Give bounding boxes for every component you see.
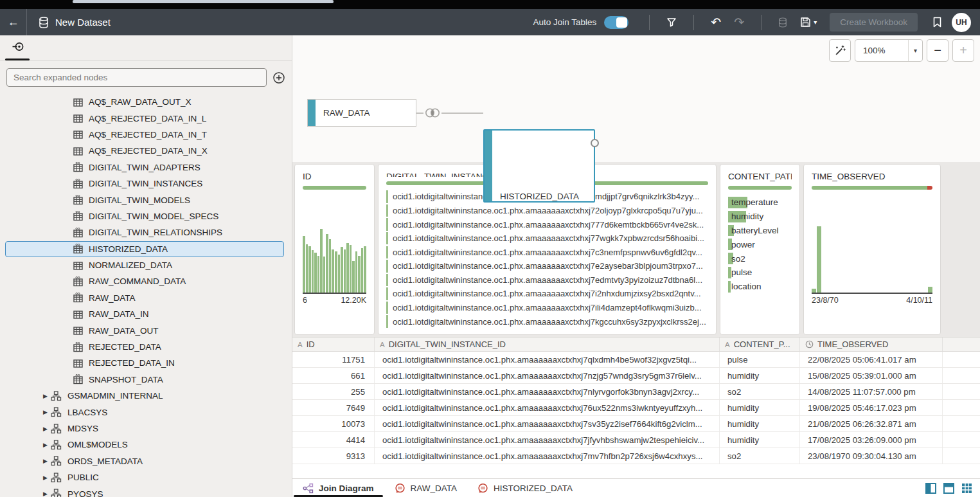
table-row[interactable]: 4414ocid1.iotdigitaltwininstance.oc1.phx… xyxy=(292,432,980,448)
table-cell: humidity xyxy=(720,432,800,447)
chevron-down-icon: ▾ xyxy=(908,40,922,61)
auto-layout-button[interactable] xyxy=(829,39,851,62)
table-row[interactable]: 10073ocid1.iotdigitaltwininstance.oc1.ph… xyxy=(292,416,980,432)
tree-item-snapshot-data[interactable]: SNAPSHOT_DATA xyxy=(5,372,284,388)
column-header-digital-twin-instance-id[interactable]: ADIGITAL_TWIN_INSTANCE_ID xyxy=(375,338,720,351)
column-card-time-observed[interactable]: TIME_OBSERVED 23/8/70 4/10/11 xyxy=(803,164,941,335)
column-card-content-path[interactable]: CONTENT_PATH temperaturehumiditybatteryL… xyxy=(720,164,800,335)
chevron-down-icon[interactable]: ▾ xyxy=(814,19,817,26)
zoom-in-button[interactable]: + xyxy=(952,39,974,62)
tree-item-raw-data-out[interactable]: RAW_DATA_OUT xyxy=(5,322,284,338)
tree-item-aq-rejected-data-in-x[interactable]: AQ$_REJECTED_DATA_IN_X xyxy=(5,143,284,159)
user-avatar[interactable]: UH xyxy=(952,13,971,32)
window-top-strip xyxy=(0,0,980,9)
join-diagram-canvas[interactable]: 100% ▾ − + RAW_DATA HISTORIZED_DATA xyxy=(292,35,980,162)
table-row[interactable]: 11751ocid1.iotdigitaltwininstance.oc1.ph… xyxy=(292,352,980,368)
histogram-bar xyxy=(341,247,343,293)
expand-chevron-icon[interactable]: ▶ xyxy=(43,426,51,432)
tree-item-rejected-data-in[interactable]: REJECTED_DATA_IN xyxy=(5,355,284,371)
save-icon[interactable]: ▾ xyxy=(800,17,817,28)
tree-item-digital-twin-relationships[interactable]: DIGITAL_TWIN_RELATIONSHIPS xyxy=(5,224,284,240)
tree-item-rejected-data[interactable]: REJECTED_DATA xyxy=(5,339,284,355)
bookmark-icon[interactable] xyxy=(933,17,941,28)
tree-item-gsmadmin-internal[interactable]: ▶GSMADMIN_INTERNAL xyxy=(5,388,284,404)
tree-item-lbacsys[interactable]: ▶LBACSYS xyxy=(5,404,284,420)
table-row[interactable]: 7649ocid1.iotdigitaltwininstance.oc1.phx… xyxy=(292,400,980,416)
value-text: batteryLevel xyxy=(728,226,779,235)
expand-chevron-icon[interactable]: ▶ xyxy=(43,474,51,481)
column-card-id[interactable]: ID 6 12.20K xyxy=(294,164,375,335)
bottom-tab-historized-data[interactable]: HISTORIZED_DATA xyxy=(467,479,583,497)
expand-chevron-icon[interactable]: ▶ xyxy=(43,458,51,464)
table-cell: humidity xyxy=(720,368,800,383)
tree-item-aq-rejected-data-in-t[interactable]: AQ$_REJECTED_DATA_IN_T xyxy=(5,127,284,143)
expand-chevron-icon[interactable]: ▶ xyxy=(43,491,51,497)
expand-chevron-icon[interactable]: ▶ xyxy=(43,393,51,399)
divider xyxy=(761,15,762,30)
table-cell: 11751 xyxy=(292,352,375,367)
node-connector-handle[interactable] xyxy=(591,139,599,147)
value-row: ocid1.iotdigitaltwininstance.oc1.phx.ama… xyxy=(386,232,708,244)
tree-item-raw-data-in[interactable]: RAW_DATA_IN xyxy=(5,306,284,322)
tree-item-public[interactable]: ▶PUBLIC xyxy=(5,469,284,485)
bottom-tab-raw-data[interactable]: RAW_DATA xyxy=(384,479,468,497)
table-row[interactable]: 255ocid1.iotdigitaltwininstance.oc1.phx.… xyxy=(292,384,980,400)
tree-item-raw-data[interactable]: RAW_DATA xyxy=(5,290,284,306)
tree-item-historized-data[interactable]: HISTORIZED_DATA xyxy=(5,241,284,257)
axis-min-label: 23/8/70 xyxy=(812,296,839,305)
undo-icon[interactable]: ↶ xyxy=(711,16,721,28)
grid-layout-icon[interactable] xyxy=(961,483,972,494)
tree-item-label: ORDS_METADATA xyxy=(67,456,143,466)
create-workbook-button[interactable]: Create Workbook xyxy=(830,13,918,32)
column-header-time-observed[interactable]: TIME_OBSERVED xyxy=(800,338,943,351)
zoom-level-select[interactable]: 100% ▾ xyxy=(855,39,923,62)
table-cell: 22/08/2025 05:06:41.017 am xyxy=(800,352,943,367)
tree-item-digital-twin-instances[interactable]: DIGITAL_TWIN_INSTANCES xyxy=(5,176,284,192)
tree-item-pyqsys[interactable]: ▶PYQSYS xyxy=(5,485,284,497)
schema-icon xyxy=(51,440,62,450)
add-connection-button[interactable] xyxy=(272,71,285,84)
tree-item-label: DIGITAL_TWIN_RELATIONSHIPS xyxy=(89,228,222,237)
column-header-content-p-[interactable]: ACONTENT_P... xyxy=(720,338,800,351)
tree-item-raw-command-data[interactable]: RAW_COMMAND_DATA xyxy=(5,273,284,289)
text-type-icon: A xyxy=(380,341,385,348)
histogram-bar xyxy=(303,236,305,293)
bottom-tab-join-diagram[interactable]: Join Diagram xyxy=(292,479,384,497)
tree-item-digital-twin-models[interactable]: DIGITAL_TWIN_MODELS xyxy=(5,192,284,208)
expand-chevron-icon[interactable]: ▶ xyxy=(43,409,51,415)
search-input[interactable] xyxy=(6,68,267,87)
connections-tab[interactable] xyxy=(12,41,25,55)
histogram-bar xyxy=(308,246,311,293)
card-title: ID xyxy=(303,172,366,181)
tree-item-digital-twin-adapters[interactable]: DIGITAL_TWIN_ADAPTERS xyxy=(5,159,284,176)
tree-item-digital-twin-model-specs[interactable]: DIGITAL_TWIN_MODEL_SPECS xyxy=(5,208,284,224)
main-area: 100% ▾ − + RAW_DATA HISTORIZED_DATA xyxy=(292,35,980,497)
column-header-id[interactable]: AID xyxy=(292,338,375,351)
tree-item-normalized-data[interactable]: NORMALIZED_DATA xyxy=(5,257,284,273)
split-left-layout-icon[interactable] xyxy=(925,483,936,494)
diagram-node-historized-data[interactable]: HISTORIZED_DATA xyxy=(483,129,595,203)
tree-item-label: OML$MODELS xyxy=(67,440,128,449)
tree-item-label: RAW_DATA_OUT xyxy=(89,326,159,336)
tree-item-aq-rejected-data-in-l[interactable]: AQ$_REJECTED_DATA_IN_L xyxy=(5,110,284,126)
tree-item-oml-models[interactable]: ▶OML$MODELS xyxy=(5,437,284,453)
auto-join-toggle[interactable] xyxy=(604,16,628,29)
join-type-icon[interactable] xyxy=(423,107,441,121)
split-top-layout-icon[interactable] xyxy=(943,483,954,494)
tree-item-ords-metadata[interactable]: ▶ORDS_METADATA xyxy=(5,453,284,469)
diagram-node-raw-data[interactable]: RAW_DATA xyxy=(307,99,416,127)
value-list: ocid1.iotdigitaltwininstance.oc1.phx.ama… xyxy=(386,190,708,329)
schema-tree: AQ$_RAW_DATA_OUT_XAQ$_REJECTED_DATA_IN_L… xyxy=(0,93,292,497)
tree-item-aq-raw-data-out-x[interactable]: AQ$_RAW_DATA_OUT_X xyxy=(5,94,284,110)
zoom-out-button[interactable]: − xyxy=(927,39,949,62)
value-row: batteryLevel xyxy=(728,224,792,238)
expand-chevron-icon[interactable]: ▶ xyxy=(43,442,51,448)
table-cell: 661 xyxy=(292,368,375,383)
table-row[interactable]: 9313ocid1.iotdigitaltwininstance.oc1.phx… xyxy=(292,448,980,464)
value-row: location xyxy=(728,280,792,294)
histogram-bar xyxy=(344,249,346,293)
table-row[interactable]: 661ocid1.iotdigitaltwininstance.oc1.phx.… xyxy=(292,368,980,384)
tree-item-mdsys[interactable]: ▶MDSYS xyxy=(5,420,284,437)
back-button[interactable]: ← xyxy=(0,9,27,35)
filter-icon[interactable] xyxy=(666,17,677,28)
